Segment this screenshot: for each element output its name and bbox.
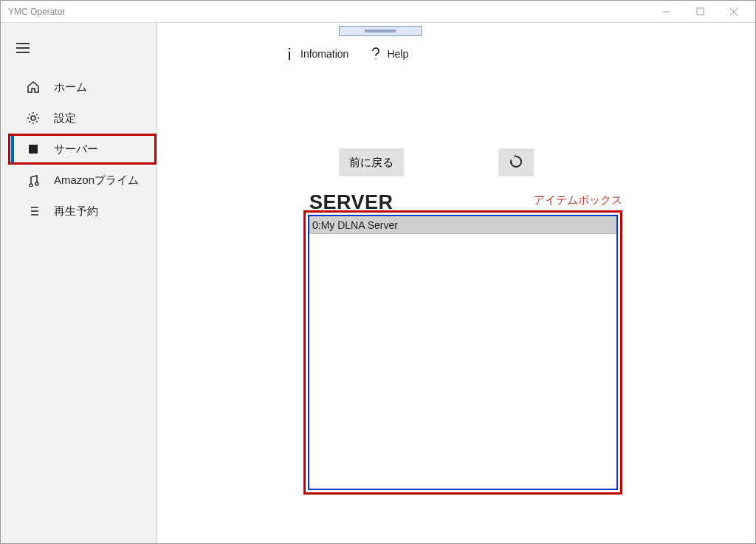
- svg-rect-16: [289, 52, 290, 60]
- server-icon: [26, 142, 41, 156]
- nav-indicator: [11, 103, 14, 134]
- help-button[interactable]: Help: [369, 47, 408, 61]
- close-button[interactable]: [717, 1, 751, 23]
- info-label: Infomation: [300, 48, 348, 60]
- itembox-highlight: 0:My DLNA Server: [303, 210, 622, 495]
- sidebar-item-label: Amazonプライム: [54, 173, 139, 187]
- maximize-button[interactable]: [683, 1, 717, 23]
- sidebar-item-home[interactable]: ホーム: [1, 72, 157, 103]
- home-icon: [26, 80, 41, 94]
- nav-indicator: [11, 196, 14, 227]
- music-icon: [26, 173, 41, 187]
- help-icon: [369, 47, 382, 61]
- back-button-label: 前に戻る: [349, 156, 394, 170]
- server-list-item[interactable]: 0:My DLNA Server: [309, 216, 616, 234]
- titlebar: YMC Operator: [1, 1, 755, 23]
- back-button[interactable]: 前に戻る: [339, 148, 404, 176]
- info-toolbar: Infomation Help: [283, 47, 408, 61]
- hamburger-button[interactable]: [8, 35, 38, 61]
- list-icon: [26, 204, 41, 218]
- nav-indicator: [11, 72, 14, 103]
- svg-rect-15: [289, 48, 290, 49]
- sidebar-item-label: ホーム: [54, 80, 87, 94]
- info-icon: [283, 47, 296, 61]
- server-list-item-label: 0:My DLNA Server: [312, 219, 398, 231]
- controls-row: 前に戻る: [339, 148, 534, 176]
- nav-indicator: [11, 134, 14, 165]
- main-panel: Infomation Help 前に戻る SERVER アイテムボックス: [157, 23, 755, 543]
- svg-rect-8: [29, 145, 38, 154]
- minimize-button[interactable]: [649, 1, 683, 23]
- nav-indicator: [11, 165, 14, 196]
- svg-point-7: [31, 116, 35, 120]
- reload-icon: [509, 154, 523, 171]
- sidebar-item-schedule[interactable]: 再生予約: [1, 196, 157, 227]
- sidebar-item-settings[interactable]: 設定: [1, 103, 157, 134]
- sidebar-item-label: 再生予約: [54, 204, 98, 218]
- sidebar-item-server[interactable]: サーバー: [1, 134, 157, 165]
- help-label: Help: [387, 48, 408, 60]
- window-title: YMC Operator: [8, 7, 65, 17]
- reload-button[interactable]: [498, 148, 534, 176]
- server-listbox[interactable]: 0:My DLNA Server: [308, 215, 618, 490]
- svg-rect-1: [697, 8, 704, 15]
- client-area: ホーム 設定 サーバー Amazonプライム: [1, 23, 755, 543]
- gear-icon: [26, 111, 41, 125]
- sidebar-item-amazon[interactable]: Amazonプライム: [1, 165, 157, 196]
- drag-handle-grip: [365, 30, 396, 32]
- drag-handle[interactable]: [339, 26, 422, 36]
- sidebar-item-label: 設定: [54, 111, 76, 125]
- sidebar: ホーム 設定 サーバー Amazonプライム: [1, 23, 157, 543]
- sidebar-item-label: サーバー: [54, 142, 98, 156]
- annotation-itembox: アイテムボックス: [534, 193, 622, 207]
- info-button[interactable]: Infomation: [283, 47, 348, 61]
